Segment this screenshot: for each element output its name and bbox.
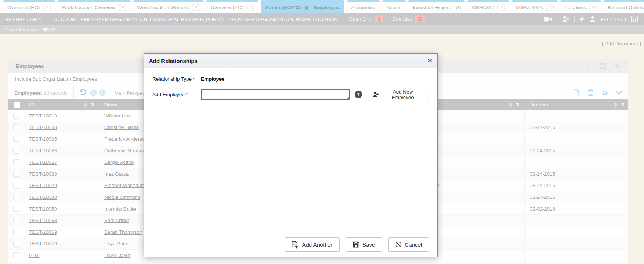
modal-header: Add Relationships ✕	[144, 54, 437, 68]
add-person-icon	[373, 92, 379, 97]
modal-footer: Add Another Save Cancel	[144, 232, 437, 257]
save-button[interactable]: Save	[346, 237, 382, 252]
add-another-button[interactable]: Add Another	[285, 237, 340, 252]
add-employee-label: Add Employee*	[152, 92, 201, 97]
modal-title: Add Relationships	[144, 58, 198, 64]
close-icon[interactable]: ✕	[422, 54, 437, 68]
modal-body: Relationship Type* Employee Add Employee…	[144, 68, 437, 100]
help-icon[interactable]: ?	[355, 91, 362, 98]
save-plus-icon	[292, 241, 299, 249]
resize-grip-icon[interactable]	[347, 97, 349, 99]
relationship-type-label: Relationship Type*	[152, 76, 201, 82]
required-marker: *	[186, 92, 188, 97]
relationship-type-value: Employee	[201, 76, 224, 82]
cancel-button[interactable]: Cancel	[388, 237, 429, 252]
cancel-icon	[395, 241, 402, 248]
add-new-employee-button[interactable]: Add New Employee	[368, 89, 429, 100]
add-employee-row: Add Employee* ? Add New Employee	[152, 89, 429, 100]
app-screen: Overview (EO) ↗ Work Location Overview ↗…	[0, 0, 644, 264]
relationship-type-row: Relationship Type* Employee	[152, 76, 429, 82]
required-marker: *	[193, 76, 195, 82]
save-icon	[353, 241, 359, 248]
add-employee-input[interactable]	[201, 89, 350, 100]
add-relationships-modal: Add Relationships ✕ Relationship Type* E…	[144, 53, 438, 257]
add-employee-input-wrap	[201, 89, 350, 100]
